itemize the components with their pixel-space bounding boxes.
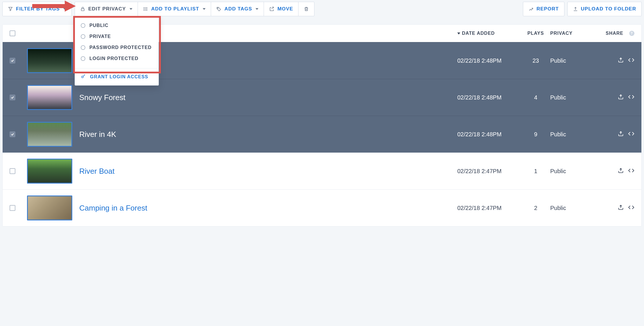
row-checkbox[interactable]	[10, 205, 15, 211]
row-date: 02/22/18 2:48PM	[457, 131, 521, 138]
column-share: SHARE ?	[597, 31, 634, 36]
thumbnail[interactable]	[27, 195, 72, 220]
privacy-option-password-protected[interactable]: PASSWORD PROTECTED	[75, 42, 159, 53]
row-date: 02/22/18 2:48PM	[457, 57, 521, 64]
svg-point-7	[144, 8, 144, 8]
thumbnail[interactable]	[27, 85, 72, 110]
move-label: MOVE	[277, 6, 293, 12]
privacy-option-label: PRIVATE	[89, 34, 111, 39]
radio-icon	[81, 34, 85, 39]
svg-rect-0	[81, 9, 84, 11]
table-row[interactable]: River in 4K02/22/18 2:48PM9Public	[3, 116, 641, 153]
privacy-option-login-protected[interactable]: LOGIN PROTECTED	[75, 53, 159, 64]
caret-down-icon	[63, 8, 66, 10]
list-icon	[143, 6, 148, 12]
radio-icon	[81, 45, 85, 50]
column-share-label: SHARE	[606, 31, 623, 36]
column-plays-label: PLAYS	[528, 31, 544, 36]
row-checkbox[interactable]	[10, 58, 15, 64]
privacy-option-label: PUBLIC	[89, 23, 109, 28]
key-icon	[81, 74, 86, 80]
thumbnail[interactable]	[27, 48, 72, 73]
add-tags-button[interactable]: ADD TAGS	[211, 2, 264, 16]
svg-point-9	[144, 10, 144, 11]
svg-point-3	[82, 76, 83, 78]
report-button[interactable]: REPORT	[523, 2, 564, 16]
privacy-option-label: PASSWORD PROTECTED	[89, 45, 152, 50]
row-checkbox[interactable]	[10, 168, 15, 174]
share-icon[interactable]	[618, 131, 624, 138]
add-to-playlist-label: ADD TO PLAYLIST	[151, 6, 199, 12]
share-icon[interactable]	[618, 167, 624, 175]
filter-by-tags-button[interactable]: FILTER BY TAGS	[2, 2, 72, 16]
filter-by-tags-label: FILTER BY TAGS	[16, 6, 60, 12]
caret-down-icon	[203, 8, 206, 10]
move-icon	[269, 6, 274, 12]
svg-point-8	[144, 9, 144, 9]
add-tags-label: ADD TAGS	[224, 6, 252, 12]
embed-icon[interactable]	[628, 94, 634, 102]
add-to-playlist-button[interactable]: ADD TO PLAYLIST	[138, 2, 211, 16]
column-privacy-label: PRIVACY	[550, 31, 573, 36]
row-title[interactable]: Snowy Forest	[79, 93, 457, 102]
move-button[interactable]: MOVE	[264, 2, 298, 16]
tag-icon	[216, 6, 222, 12]
share-icon[interactable]	[618, 57, 624, 65]
column-privacy[interactable]: PRIVACY	[550, 31, 597, 36]
row-checkbox[interactable]	[10, 95, 15, 100]
caret-down-icon	[256, 8, 258, 10]
row-date: 02/22/18 2:47PM	[457, 205, 521, 211]
row-title[interactable]: River Boat	[79, 167, 457, 176]
filter-icon	[8, 6, 13, 12]
upload-icon	[573, 6, 578, 12]
embed-icon[interactable]	[628, 57, 634, 65]
chart-icon	[528, 6, 534, 12]
upload-to-folder-button[interactable]: UPLOAD TO FOLDER	[567, 2, 642, 16]
thumbnail[interactable]	[27, 159, 72, 184]
privacy-option-public[interactable]: PUBLIC	[75, 18, 159, 31]
delete-button[interactable]	[298, 2, 314, 16]
edit-privacy-label: EDIT PRIVACY	[88, 6, 126, 12]
svg-point-10	[217, 8, 218, 8]
column-date-added[interactable]: DATE ADDED	[457, 31, 521, 36]
lock-icon	[80, 6, 85, 12]
toolbar: FILTER BY TAGS EDIT PRIVACY	[2, 2, 642, 16]
bulk-actions-group: EDIT PRIVACY PUBLIC	[75, 2, 315, 16]
table-row[interactable]: Camping in a Forest02/22/18 2:47PM2Publi…	[3, 189, 641, 226]
row-plays: 2	[521, 205, 550, 211]
row-privacy: Public	[550, 168, 597, 175]
sort-desc-icon	[457, 32, 460, 35]
row-date: 02/22/18 2:48PM	[457, 94, 521, 101]
privacy-option-label: LOGIN PROTECTED	[89, 56, 138, 61]
report-label: REPORT	[537, 6, 559, 12]
thumbnail[interactable]	[27, 122, 72, 147]
embed-icon[interactable]	[628, 204, 634, 212]
column-date-added-label: DATE ADDED	[462, 31, 495, 36]
edit-privacy-button[interactable]: EDIT PRIVACY	[75, 2, 138, 16]
privacy-option-private[interactable]: PRIVATE	[75, 31, 159, 42]
select-all-checkbox[interactable]	[10, 30, 15, 36]
row-privacy: Public	[550, 205, 597, 211]
grant-login-access-label: GRANT LOGIN ACCESS	[90, 74, 148, 79]
row-plays: 23	[521, 57, 550, 64]
table-row[interactable]: River Boat02/22/18 2:47PM1Public	[3, 153, 641, 189]
row-privacy: Public	[550, 94, 597, 101]
share-icon[interactable]	[618, 94, 624, 102]
radio-icon	[81, 23, 85, 28]
row-privacy: Public	[550, 131, 597, 138]
upload-label: UPLOAD TO FOLDER	[581, 6, 636, 12]
radio-icon	[81, 56, 85, 61]
row-title[interactable]: Camping in a Forest	[79, 204, 457, 213]
row-title[interactable]: River in 4K	[79, 130, 457, 139]
row-checkbox[interactable]	[10, 131, 15, 137]
row-privacy: Public	[550, 57, 597, 64]
embed-icon[interactable]	[628, 167, 634, 175]
row-plays: 1	[521, 168, 550, 175]
column-plays[interactable]: PLAYS	[521, 31, 550, 36]
row-plays: 9	[521, 131, 550, 138]
grant-login-access-button[interactable]: GRANT LOGIN ACCESS	[75, 68, 159, 85]
help-icon[interactable]: ?	[629, 31, 634, 36]
trash-icon	[304, 6, 309, 12]
embed-icon[interactable]	[628, 131, 634, 138]
share-icon[interactable]	[618, 204, 624, 212]
